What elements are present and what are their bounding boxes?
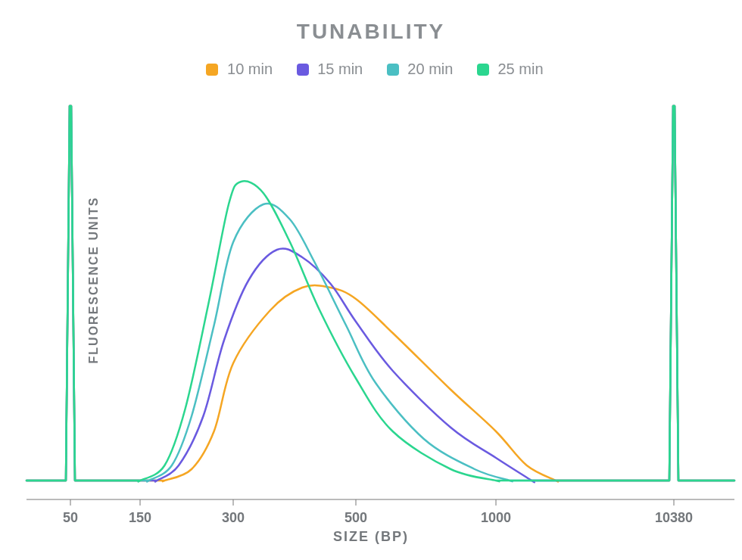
- svg-text:300: 300: [222, 510, 245, 525]
- svg-text:10380: 10380: [655, 510, 693, 525]
- svg-text:50: 50: [63, 510, 78, 525]
- svg-text:150: 150: [129, 510, 151, 525]
- plot-svg: 50150300500100010380: [0, 0, 742, 560]
- svg-text:1000: 1000: [481, 510, 511, 525]
- series-10min: [26, 106, 734, 481]
- series-15min: [26, 106, 734, 482]
- svg-text:500: 500: [344, 510, 367, 525]
- series-25min: [26, 106, 734, 481]
- series-20min: [26, 106, 734, 481]
- chart-container: TUNABILITY 10 min 15 min 20 min 25 min F…: [0, 0, 742, 560]
